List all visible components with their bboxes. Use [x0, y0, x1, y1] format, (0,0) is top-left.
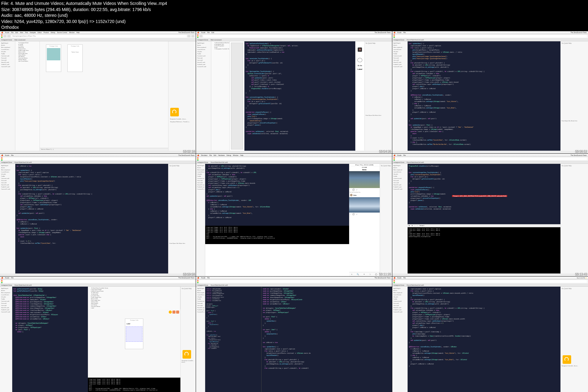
code-editor[interactable]: func goToCommentVC(postId: String) func …	[12, 287, 88, 392]
audio-line: Audio: aac, 48000 Hz, stereo (und)	[1, 13, 587, 19]
debug-console[interactable]: frame post Image: (0.0, 36.0, 375.0, 400…	[88, 378, 180, 392]
thumb-6: 🍎XcodeFileThe Zero2Launch Team Instagram…	[392, 154, 588, 276]
responder-icon[interactable]	[172, 311, 175, 314]
code-editor[interactable]: var isMuted = true func updateView() { c…	[15, 164, 168, 273]
feed-image-2[interactable]	[349, 197, 380, 213]
inspector[interactable]: Navigation Controller - A con... Storybo…	[168, 41, 196, 151]
code-editor[interactable]: let photoUrl = URL(string: photoUrlStrin…	[205, 164, 349, 225]
like-text: Be the	[356, 65, 364, 66]
document-outline[interactable]: ▼ InstagramClone ▸ Config ▼ Views HomeCe…	[15, 41, 40, 151]
debug-console[interactable]: frame post Image: (0.0, 36.0, 375.0, 400…	[408, 227, 560, 273]
activity-viewer: Running InstagramClone on iPhone 7 Plus	[11, 35, 187, 37]
interface-builder[interactable]: Prototype CellsLabel	[88, 309, 180, 378]
phone-preview: 🔇 Be the Label	[355, 41, 364, 151]
ios-simulator[interactable]: iPhone 7 Plus - iOS 10.2 (14C89) 10:16 A…	[349, 164, 380, 276]
file-line: File: 4. Mute and Unmute Videos; Automat…	[1, 1, 587, 7]
share-icon[interactable]: ↗	[356, 189, 357, 191]
canvas-bottom-bar[interactable]: View as: iPhone 7 (– –)	[40, 148, 168, 151]
video-line: Video: h264, yuv420p, 1280x720, 30.00 fp…	[1, 19, 587, 25]
ib-viewcontroller[interactable]	[231, 43, 243, 149]
thumb-4: 🍎XcodeFileThe Zero2Launch Team Instagram…	[0, 154, 196, 276]
thumb-1: 🍎XcodeFileEditViewFindNavigateEditorProd…	[0, 31, 196, 153]
menubar[interactable]: 🍎XcodeFileEditViewFindNavigateEditorProd…	[0, 31, 196, 34]
code-editor-left[interactable]: weak var captionLabel weak var postImage…	[205, 287, 261, 392]
code-editor[interactable]: captionLabel.text = post?.caption if let…	[408, 287, 560, 392]
code-editor[interactable]: ProgressHUD.showError(errorMessage) } fu…	[408, 164, 560, 224]
like-icon[interactable]: ♡	[350, 189, 351, 191]
document-outline[interactable]: ▼ Detail View Controller Scene ▸ Top Lay…	[88, 287, 180, 309]
thumb-8: 🍎XcodeFileThe Zero2Launch Team Instagram…	[196, 277, 392, 392]
vc-icon[interactable]	[169, 311, 172, 314]
mute-icon[interactable]: 🔇	[358, 47, 362, 52]
thumb-5: 🍎SimulatorFileEditHardwareDebugWindowHel…	[196, 154, 392, 276]
thumb-7: 🍎XcodeFileThe Zero2Launch Team Instagram…	[0, 277, 196, 392]
heart-icon[interactable]	[357, 58, 362, 62]
thumb-9: 🍎XcodeFileWed 11:06 PM ⚡ InstagramCloneH…	[392, 277, 588, 392]
feed-video[interactable]	[349, 171, 380, 188]
tag-line: Orthodox	[1, 24, 587, 31]
comment-icon[interactable]: 💬	[352, 189, 355, 191]
thumbnail-grid: 🍎XcodeFileEditViewFindNavigateEditorProd…	[0, 31, 588, 392]
code-editor[interactable]: func updateView() { captionLabel.text = …	[408, 41, 560, 151]
caption-label: Label	[356, 68, 364, 70]
library-icon[interactable]	[170, 108, 179, 116]
navigator[interactable]: AppDelegateAssetsMain.storyboardLaunchSc…	[196, 41, 211, 151]
stop-button[interactable]	[7, 35, 10, 37]
run-button[interactable]	[3, 35, 6, 37]
interface-builder-canvas[interactable]: Prototype Cells Prototype CellsTable Vie…	[40, 41, 168, 148]
debug-console[interactable]: frame post Image: (0.0, 36.0, 375.0, 400…	[205, 226, 349, 244]
tab-bar[interactable]: InstagramCloneMain.storyboard	[0, 39, 196, 41]
media-info-header: File: 4. Mute and Unmute Videos; Automat…	[0, 0, 588, 31]
thumb-3: 🍎XcodeFileThe Zero2Launch Team Instagram…	[392, 31, 588, 153]
debug-bar[interactable]: ▶⏸↓↑Thread 1	[408, 224, 560, 227]
exit-icon[interactable]	[176, 311, 179, 314]
thumb-2: 🍎XcodeFileEditThe Zero2Launch Team Insta…	[196, 31, 392, 153]
toolbar[interactable]: Running InstagramClone on iPhone 7 Plus	[0, 34, 196, 39]
document-outline[interactable]: ▼ HomeCollectionViewController Scene ▸ N…	[211, 41, 230, 151]
tab-bar[interactable]: ⌂🔍＋♡◯	[349, 272, 380, 276]
home-tab[interactable]: ⌂	[351, 273, 352, 275]
code-editor[interactable]: func tapGestureForNameLabel() { let tapG…	[244, 41, 355, 151]
navigator[interactable]: AppDelegateAssetsMain.storyboardLaunchSc…	[0, 41, 15, 151]
size-line: Size: 308748905 bytes (294.45 MiB), dura…	[1, 7, 587, 13]
code-editor-right[interactable]: weak var captionLabel: UILabel! weak var…	[261, 287, 392, 392]
timestamp: 00:02:18	[183, 149, 194, 153]
